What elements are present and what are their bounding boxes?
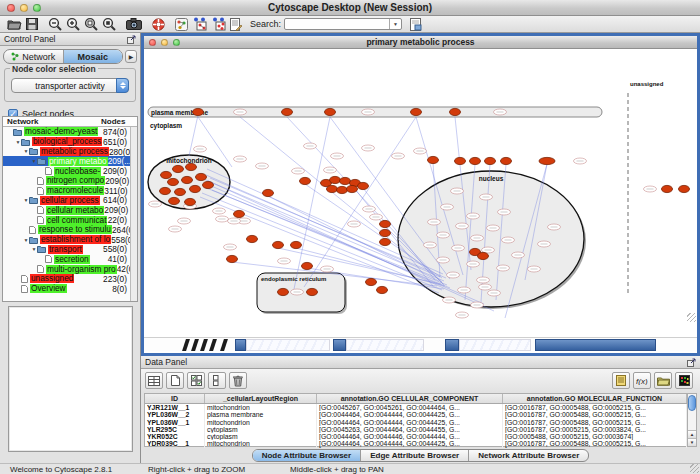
network-node[interactable]: [380, 220, 391, 227]
scroll-down-arrow-icon[interactable]: ▼: [688, 438, 696, 446]
float-panel-icon[interactable]: [127, 35, 136, 44]
network-node[interactable]: [282, 108, 293, 115]
network-node[interactable]: [501, 157, 512, 164]
network-node[interactable]: [337, 186, 348, 193]
network-node[interactable]: [380, 238, 391, 245]
network-node[interactable]: [380, 229, 391, 236]
network-node[interactable]: [366, 278, 377, 285]
delete-attribute-button[interactable]: [229, 372, 247, 389]
tree-column-nodes[interactable]: Nodes: [101, 117, 137, 126]
tree-row-secretion[interactable]: secretion41(0): [3, 254, 130, 264]
window-zoom-button[interactable]: [33, 4, 41, 12]
table-row[interactable]: YKR052Ccytoplasm[GO:0044464, GO:0044446,…: [145, 433, 687, 440]
network-node[interactable]: [278, 288, 289, 295]
network-node[interactable]: [169, 197, 180, 204]
tab-overflow-button[interactable]: ▶: [125, 50, 137, 63]
new-attribute-button[interactable]: [166, 372, 184, 389]
network-node[interactable]: [263, 189, 274, 196]
tab-mosaic[interactable]: Mosaic: [64, 50, 123, 63]
network-node[interactable]: [302, 262, 313, 269]
background-window-thumbnail[interactable]: [459, 339, 531, 351]
attribute-batch-editor-button[interactable]: [612, 372, 630, 389]
zoom-fit-button[interactable]: [100, 17, 118, 32]
formula-builder-button[interactable]: f(x): [633, 372, 651, 389]
network-node[interactable]: [539, 157, 555, 164]
import-attributes-button[interactable]: [654, 372, 672, 389]
tree-row-nucleobase-[interactable]: nucleobase-209(0): [3, 166, 130, 176]
network-node[interactable]: [377, 286, 388, 293]
tree-row-macromolecule[interactable]: macromolecule311(0): [3, 186, 130, 196]
frame-zoom-button[interactable]: [173, 39, 180, 46]
heatmap-button[interactable]: [675, 372, 693, 389]
annotation-button[interactable]: [173, 17, 190, 32]
background-window-fragment[interactable]: [184, 338, 232, 351]
network-node[interactable]: [411, 108, 422, 115]
birdseye-overview-panel[interactable]: [8, 306, 133, 452]
network-node[interactable]: [234, 210, 245, 217]
table-row[interactable]: YLR295Ccytoplasm[GO:0045263, GO:0044464,…: [145, 426, 687, 433]
search-dropdown-arrow-icon[interactable]: ▼: [389, 19, 401, 29]
network-node[interactable]: [325, 108, 336, 115]
tree-row-multi-organism-pro[interactable]: multi-organism pro42(0): [3, 264, 130, 274]
table-row[interactable]: YPL036W__1mitochondrion[GO:0044464, GO:0…: [145, 419, 687, 426]
network-node[interactable]: [455, 157, 466, 164]
network-node[interactable]: [428, 156, 439, 163]
tree-row-metabolic-process[interactable]: ▼metabolic process280(0): [3, 147, 130, 157]
network-node[interactable]: [347, 185, 358, 192]
window-close-button[interactable]: [7, 4, 15, 12]
network-node[interactable]: [203, 181, 214, 188]
tree-row-nitrogen-compo[interactable]: nitrogen compo209(0): [3, 176, 130, 186]
background-window-titlebar[interactable]: [535, 339, 656, 351]
background-window-titlebar[interactable]: [445, 339, 459, 351]
scroll-up-arrow-icon[interactable]: ▲: [688, 430, 696, 438]
save-session-button[interactable]: [24, 17, 40, 32]
network-node[interactable]: [182, 176, 193, 183]
frame-resize-grip[interactable]: [687, 313, 696, 322]
network-node[interactable]: [175, 188, 186, 195]
network-node[interactable]: [485, 157, 496, 164]
help-button[interactable]: [150, 17, 167, 32]
tab-node-attribute-browser[interactable]: Node Attribute Browser: [253, 450, 362, 461]
network-node[interactable]: [161, 171, 172, 178]
snapshot-button[interactable]: [124, 17, 144, 32]
tree-row-primary-metabo[interactable]: ▼primary metabo209(...: [3, 156, 130, 166]
background-window-titlebar[interactable]: [235, 339, 246, 351]
table-column-header[interactable]: annotation.GO MOLECULAR_FUNCTION: [503, 394, 687, 403]
network-node[interactable]: [186, 163, 197, 170]
background-window-titlebar[interactable]: [333, 339, 346, 351]
network-node[interactable]: [662, 185, 673, 192]
network-node[interactable]: [190, 185, 201, 192]
network-node[interactable]: [330, 176, 341, 183]
network-node[interactable]: [227, 255, 238, 262]
open-session-button[interactable]: [5, 17, 24, 32]
vizmapper-button[interactable]: [190, 17, 209, 32]
zoom-in-button[interactable]: [64, 17, 82, 32]
network-node[interactable]: [450, 108, 461, 115]
network-node[interactable]: [358, 182, 369, 189]
tree-scrollbar[interactable]: [130, 127, 137, 301]
network-node[interactable]: [247, 235, 258, 242]
frame-minimize-button[interactable]: [161, 39, 168, 46]
tab-network[interactable]: Network: [4, 50, 64, 63]
table-column-header[interactable]: annotation.GO CELLULAR_COMPONENT: [317, 394, 503, 403]
network-node[interactable]: [327, 185, 338, 192]
network-node[interactable]: [291, 241, 302, 248]
combobox-stepper-icon[interactable]: [116, 78, 129, 93]
table-row[interactable]: YDR039C__1mitochondrion[GO:0044464, GO:0…: [145, 440, 687, 447]
background-window-thumbnail[interactable]: [246, 339, 330, 351]
window-minimize-button[interactable]: [20, 4, 28, 12]
tree-row-transport[interactable]: ▼transport558(0): [3, 245, 130, 255]
tree-row-cell-communicat[interactable]: cell communicat22(0): [3, 215, 130, 225]
network-node[interactable]: [193, 108, 204, 115]
window-resize-grip[interactable]: [690, 464, 699, 473]
network-node[interactable]: [173, 165, 184, 172]
network-node[interactable]: [478, 252, 489, 259]
background-window-thumbnail[interactable]: [346, 339, 424, 351]
network-node[interactable]: [160, 187, 171, 194]
zoom-out-button[interactable]: [46, 17, 64, 32]
tab-edge-attribute-browser[interactable]: Edge Attribute Browser: [361, 450, 469, 461]
network-node[interactable]: [470, 157, 481, 164]
float-data-panel-icon[interactable]: [687, 358, 696, 367]
tree-row-unassigned[interactable]: unassigned223(0): [3, 274, 130, 284]
table-row[interactable]: YJR121W__1mitochondrion[GO:0045267, GO:0…: [145, 404, 687, 411]
